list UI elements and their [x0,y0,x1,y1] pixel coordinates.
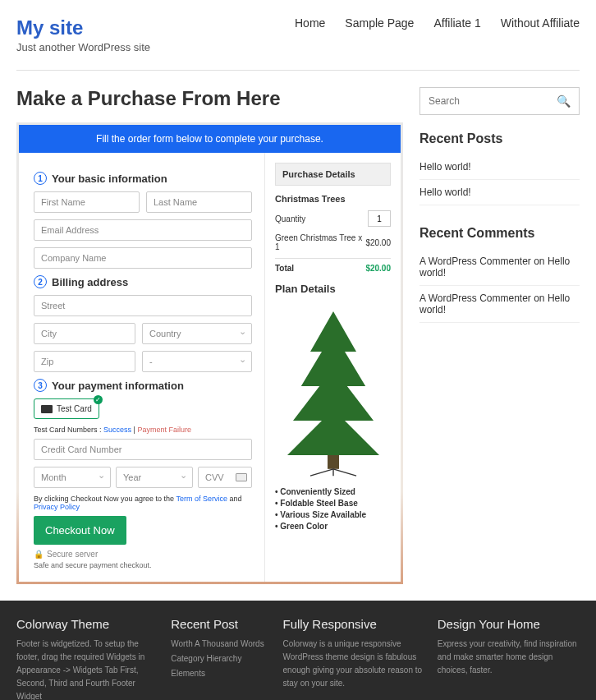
commenter-link[interactable]: A WordPress Commenter [419,292,531,304]
feature-item: Various Size Available [275,510,391,519]
page-title: Make a Purchase From Here [16,87,403,110]
svg-marker-0 [287,311,379,455]
footer-post-link[interactable]: Worth A Thousand Words [171,639,264,648]
nav-home[interactable]: Home [295,16,325,30]
svg-line-2 [310,469,333,476]
recent-comment-item: A WordPress Commenter on Hello world! [419,286,580,323]
year-select[interactable]: Year [116,467,193,488]
recent-posts-list: Hello world! Hello world! [419,154,580,205]
fw-text: Footer is widgetized. To setup the foote… [16,638,158,700]
agree-text: By clicking Checkout Now you agree to th… [34,495,252,511]
tagline: Just another WordPress site [16,41,150,53]
month-select[interactable]: Month [34,467,111,488]
svg-rect-1 [328,455,339,469]
nav-sample-page[interactable]: Sample Page [345,16,414,30]
state-select[interactable]: - [142,351,252,372]
line-item: Green Christmas Tree x 1 [275,233,365,251]
site-title[interactable]: My site [16,16,150,39]
recent-comment-item: A WordPress Commenter on Hello world! [419,249,580,286]
search-icon[interactable]: 🔍 [557,94,571,108]
test-success-link[interactable]: Success [103,426,131,434]
commenter-link[interactable]: A WordPress Commenter [419,256,531,267]
tos-link[interactable]: Term of Service [176,495,227,503]
fw-title: Design Your Home [438,617,580,631]
city-input[interactable] [34,323,135,344]
secure-server: 🔒Secure server [34,550,252,559]
nav-without-affiliate[interactable]: Without Affiliate [501,16,580,30]
header: My site Just another WordPress site Home… [0,0,596,62]
street-input[interactable] [34,295,252,316]
recent-post-link[interactable]: Hello world! [419,161,471,173]
footer-widgets: Colorway ThemeFooter is widgetized. To s… [0,601,596,700]
last-name-input[interactable] [146,191,252,213]
sidebar: 🔍 Recent Posts Hello world! Hello world!… [419,87,580,584]
search-input[interactable] [429,95,557,107]
total-value: $20.00 [365,264,391,273]
recent-posts-title: Recent Posts [419,131,580,146]
email-input[interactable] [34,219,252,241]
fw-title: Fully Responsive [283,617,425,631]
product-image [275,302,391,482]
zip-input[interactable] [34,351,135,372]
footer-post-link[interactable]: Elements [171,669,205,678]
features-list: Conveniently Sized Foldable Steel Base V… [275,487,391,531]
test-card-option[interactable]: ✓ Test Card [34,398,99,419]
order-instruction: Fill the order form below to complete yo… [19,125,401,153]
test-failure-link[interactable]: Payment Failure [137,426,191,434]
plan-details-title: Plan Details [275,283,391,295]
footer-post-link[interactable]: Category Hierarchy [171,654,241,663]
recent-comments-list: A WordPress Commenter on Hello world! A … [419,249,580,323]
secure-note: Safe and secure payment checkout. [34,561,252,569]
main-nav: Home Sample Page Affiliate 1 Without Aff… [295,16,580,30]
feature-item: Green Color [275,522,391,531]
purchase-details-head: Purchase Details [275,163,391,186]
cc-number-input[interactable] [34,439,252,460]
product-name: Christmas Trees [275,194,391,204]
company-input[interactable] [34,247,252,269]
qty-label: Quantity [275,214,305,223]
recent-post-link[interactable]: Hello world! [419,187,471,198]
first-name-input[interactable] [34,191,140,213]
test-card-note: Test Card Numbers : Success | Payment Fa… [34,426,252,434]
nav-affiliate-1[interactable]: Affiliate 1 [433,16,480,30]
cvv-card-icon [236,473,247,481]
search-box[interactable]: 🔍 [419,87,580,115]
section-basic-info: 1Your basic information [34,172,252,185]
checkout-button[interactable]: Checkout Now [34,516,126,545]
fw-text: Colorway is a unique responsive WordPres… [283,638,425,690]
section-billing: 2Billing address [34,275,252,288]
line-price: $20.00 [365,238,391,247]
svg-line-3 [333,469,356,476]
lock-icon: 🔒 [34,550,44,559]
country-select[interactable]: Country [142,323,252,344]
card-icon [41,405,53,413]
recent-comments-title: Recent Comments [419,226,580,241]
section-payment: 3Your payment information [34,379,252,392]
qty-input[interactable] [368,210,391,227]
fw-title: Colorway Theme [16,617,158,631]
total-label: Total [275,264,294,273]
fw-title: Recent Post [171,617,270,631]
feature-item: Conveniently Sized [275,487,391,496]
check-icon: ✓ [94,395,103,404]
fw-text: Express your creativity, find inspiratio… [438,638,580,677]
order-form: Fill the order form below to complete yo… [16,122,403,584]
privacy-link[interactable]: Privacy Policy [34,503,80,511]
fw-text: Worth A Thousand WordsCategory Hierarchy… [171,638,270,680]
feature-item: Foldable Steel Base [275,499,391,508]
